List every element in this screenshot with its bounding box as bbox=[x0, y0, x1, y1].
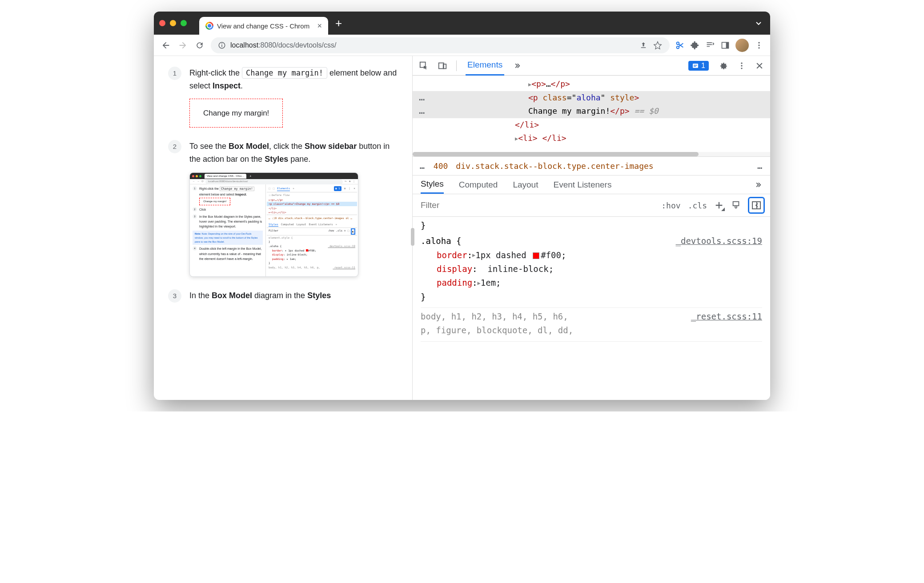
styles-toolbar: :hov .cls bbox=[413, 194, 770, 217]
close-window-button[interactable] bbox=[159, 20, 165, 26]
styles-tab[interactable]: Styles bbox=[421, 179, 444, 194]
reload-button[interactable] bbox=[194, 40, 205, 51]
new-style-rule-button[interactable] bbox=[714, 200, 724, 210]
scissors-icon[interactable] bbox=[675, 40, 685, 50]
tab-title: View and change CSS - Chrom bbox=[217, 22, 309, 30]
svg-rect-2 bbox=[221, 43, 222, 44]
event-listeners-tab[interactable]: Event Listeners bbox=[553, 180, 611, 193]
more-subtabs-icon[interactable] bbox=[754, 181, 762, 192]
devtools-resizer[interactable] bbox=[411, 228, 414, 246]
info-icon bbox=[218, 41, 226, 49]
layout-tab[interactable]: Layout bbox=[513, 180, 538, 193]
content-area: 1 Right-click the Change my margin! elem… bbox=[154, 56, 770, 400]
extensions-icon[interactable] bbox=[690, 40, 700, 50]
svg-rect-21 bbox=[757, 202, 760, 209]
svg-point-17 bbox=[741, 65, 742, 66]
tabs-menu-button[interactable] bbox=[755, 20, 762, 27]
profile-avatar[interactable] bbox=[735, 39, 749, 52]
demo-element[interactable]: Change my margin! bbox=[189, 99, 283, 128]
device-toolbar-icon[interactable] bbox=[438, 61, 447, 71]
svg-rect-1 bbox=[221, 44, 222, 47]
svg-point-8 bbox=[758, 44, 759, 46]
code-snippet: Change my margin! bbox=[242, 67, 327, 79]
dom-tree[interactable]: ▶<p>…</p> <p class="aloha" style> Change… bbox=[413, 76, 770, 152]
forward-button[interactable] bbox=[177, 40, 189, 51]
share-icon[interactable] bbox=[639, 40, 648, 50]
hov-button[interactable]: :hov bbox=[661, 201, 680, 210]
paint-brush-icon[interactable] bbox=[731, 200, 741, 210]
bookmark-star-icon[interactable] bbox=[653, 40, 663, 50]
browser-tab[interactable]: View and change CSS - Chrom × bbox=[199, 17, 328, 35]
browser-toolbar: localhost:8080/docs/devtools/css/ bbox=[154, 35, 770, 56]
devtools-header: Elements 1 bbox=[413, 56, 770, 76]
window-controls bbox=[159, 20, 187, 26]
color-swatch[interactable] bbox=[533, 252, 539, 259]
reading-list-icon[interactable] bbox=[705, 40, 715, 50]
horizontal-scrollbar[interactable] bbox=[413, 152, 770, 156]
devtools-panel: Elements 1 ▶< bbox=[413, 56, 770, 400]
issues-badge[interactable]: 1 bbox=[688, 61, 709, 71]
back-button[interactable] bbox=[160, 40, 172, 51]
chrome-favicon-icon bbox=[205, 22, 213, 30]
tab-strip: View and change CSS - Chrom × + bbox=[154, 12, 770, 35]
svg-rect-13 bbox=[693, 64, 698, 68]
computed-tab[interactable]: Computed bbox=[459, 180, 498, 193]
svg-point-9 bbox=[758, 47, 759, 48]
step-number: 3 bbox=[168, 289, 181, 303]
source-link[interactable]: _reset.scss:11 bbox=[691, 310, 762, 323]
css-rule-reset[interactable]: body, h1, h2, h3, h4, h5, h6, _reset.scs… bbox=[421, 308, 762, 342]
svg-point-7 bbox=[758, 42, 759, 43]
cls-button[interactable]: .cls bbox=[688, 201, 707, 210]
styles-filter-input[interactable] bbox=[418, 198, 654, 213]
step-3: 3 In the Box Model diagram in the Styles bbox=[168, 289, 402, 303]
nested-screenshot: View and change CSS - Chro… + ←→⟳localho… bbox=[189, 172, 358, 277]
page-content: 1 Right-click the Change my margin! elem… bbox=[154, 56, 413, 400]
svg-point-16 bbox=[741, 62, 742, 64]
devtools-close-icon[interactable] bbox=[755, 61, 764, 70]
step-2: 2 To see the Box Model, click the Show s… bbox=[168, 140, 402, 277]
svg-rect-19 bbox=[733, 202, 739, 206]
css-rule-aloha[interactable]: .aloha { _devtools.scss:19 border: ▶ 1px… bbox=[421, 232, 762, 308]
tab-close-button[interactable]: × bbox=[317, 21, 322, 31]
new-tab-button[interactable]: + bbox=[335, 16, 342, 30]
svg-point-18 bbox=[741, 68, 742, 69]
address-bar[interactable]: localhost:8080/docs/devtools/css/ bbox=[211, 37, 670, 53]
css-rules-pane[interactable]: } .aloha { _devtools.scss:19 border: ▶ 1… bbox=[413, 217, 770, 400]
show-sidebar-button[interactable] bbox=[748, 197, 765, 214]
dom-breadcrumb[interactable]: … 400 div.stack.stack--block.type.center… bbox=[413, 156, 770, 176]
svg-rect-15 bbox=[694, 66, 696, 66]
step-number: 2 bbox=[168, 140, 181, 153]
more-tabs-icon[interactable] bbox=[513, 62, 521, 70]
minimize-window-button[interactable] bbox=[170, 20, 176, 26]
devtools-menu-icon[interactable] bbox=[737, 61, 746, 70]
svg-rect-6 bbox=[726, 42, 729, 48]
step-1: 1 Right-click the Change my margin! elem… bbox=[168, 67, 402, 128]
maximize-window-button[interactable] bbox=[181, 20, 187, 26]
side-panel-icon[interactable] bbox=[720, 40, 730, 50]
step-number: 1 bbox=[168, 67, 181, 80]
browser-menu-button[interactable] bbox=[754, 40, 764, 50]
svg-rect-14 bbox=[694, 65, 697, 65]
styles-subtabs: Styles Computed Layout Event Listeners bbox=[413, 176, 770, 194]
url-host: localhost:8080/docs/devtools/css/ bbox=[230, 41, 336, 49]
source-link[interactable]: _devtools.scss:19 bbox=[676, 234, 762, 248]
chrome-browser-window: View and change CSS - Chrom × + localhos… bbox=[154, 12, 770, 400]
inspect-element-icon[interactable] bbox=[419, 61, 429, 71]
settings-gear-icon[interactable] bbox=[718, 60, 728, 71]
elements-tab[interactable]: Elements bbox=[466, 56, 504, 76]
selected-dom-node[interactable]: <p class="aloha" style> bbox=[413, 91, 770, 105]
